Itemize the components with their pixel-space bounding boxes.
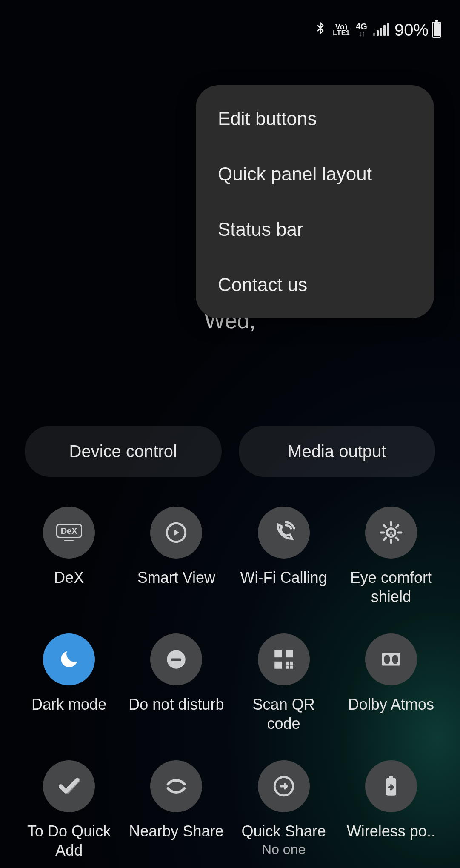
svg-rect-17 [290, 662, 293, 665]
signal-strength-icon [373, 24, 389, 36]
svg-rect-13 [274, 650, 282, 657]
tile-wifi-calling[interactable]: Wi-Fi Calling [232, 507, 336, 630]
tile-label: Quick Share [242, 822, 326, 841]
tile-dnd[interactable]: Do not disturb [124, 633, 228, 757]
overflow-menu: Edit buttons Quick panel layout Status b… [196, 85, 434, 318]
svg-text:A: A [389, 530, 393, 537]
menu-status-bar[interactable]: Status bar [196, 202, 434, 257]
dnd-icon [164, 647, 189, 672]
battery-icon [432, 22, 441, 38]
check-icon [57, 774, 81, 799]
tile-label: Smart View [137, 568, 215, 587]
tile-label: Dark mode [31, 695, 106, 714]
tile-scan-qr[interactable]: Scan QR code [232, 633, 336, 757]
volte-indicator: Vo) LTE1 [333, 23, 350, 37]
svg-point-21 [384, 655, 390, 664]
menu-contact-us[interactable]: Contact us [196, 257, 434, 312]
moon-icon [57, 647, 81, 672]
qr-icon [271, 647, 296, 672]
network-4g-indicator: 4G ↓↑ [356, 23, 367, 37]
svg-line-8 [396, 538, 398, 540]
tile-label: Eye comfort shield [342, 568, 440, 606]
tile-label: Dolby Atmos [348, 695, 434, 714]
tile-dark-mode[interactable]: Dark mode [17, 633, 121, 757]
smartview-icon [164, 520, 189, 545]
nearby-share-icon [164, 774, 189, 799]
tile-todo[interactable]: To Do Quick Add [17, 760, 121, 868]
tile-dolby[interactable]: Dolby Atmos [339, 633, 443, 757]
tile-label: Do not disturb [129, 695, 224, 714]
svg-rect-16 [286, 662, 289, 665]
svg-line-7 [384, 525, 386, 527]
svg-rect-19 [290, 666, 293, 669]
tile-label: Nearby Share [129, 822, 223, 841]
tile-dex[interactable]: DeX DeX [17, 507, 121, 630]
battery-percent: 90% [394, 20, 429, 40]
bluetooth-icon [314, 22, 327, 38]
svg-rect-14 [286, 650, 293, 657]
svg-point-22 [392, 655, 398, 664]
svg-rect-25 [389, 776, 393, 779]
quick-share-icon [271, 774, 296, 799]
svg-rect-15 [274, 662, 282, 669]
tile-quick-share[interactable]: Quick Share No one [232, 760, 336, 868]
svg-rect-18 [286, 666, 289, 669]
wireless-power-icon [379, 774, 403, 799]
quick-pill-row: Device control Media output [25, 426, 435, 477]
dolby-icon [379, 647, 403, 672]
tile-label: Wi-Fi Calling [240, 568, 327, 587]
tile-wireless-power[interactable]: Wireless po.. [339, 760, 443, 868]
wifi-calling-icon [271, 520, 296, 545]
svg-line-9 [384, 538, 386, 540]
menu-quick-panel-layout[interactable]: Quick panel layout [196, 146, 434, 202]
tile-label: Scan QR code [235, 695, 333, 733]
eye-comfort-icon: A [379, 520, 403, 545]
device-control-button[interactable]: Device control [25, 426, 222, 477]
menu-edit-buttons[interactable]: Edit buttons [196, 91, 434, 146]
svg-line-10 [396, 525, 398, 527]
media-output-button[interactable]: Media output [239, 426, 436, 477]
tile-label: DeX [54, 568, 84, 587]
battery-indicator: 90% [394, 20, 441, 40]
tile-nearby-share[interactable]: Nearby Share [124, 760, 228, 868]
tile-eye-comfort[interactable]: A Eye comfort shield [339, 507, 443, 630]
quick-settings-grid: DeX DeX Smart View Wi-Fi Calling A Eye c… [17, 502, 443, 868]
svg-rect-12 [171, 659, 181, 661]
dex-icon: DeX [56, 524, 82, 541]
tile-label: Wireless po.. [347, 822, 435, 841]
status-bar: Vo) LTE1 4G ↓↑ 90% [0, 0, 460, 60]
tile-label: To Do Quick Add [20, 822, 118, 860]
tile-smart-view[interactable]: Smart View [124, 507, 228, 630]
tile-sublabel: No one [262, 842, 306, 857]
